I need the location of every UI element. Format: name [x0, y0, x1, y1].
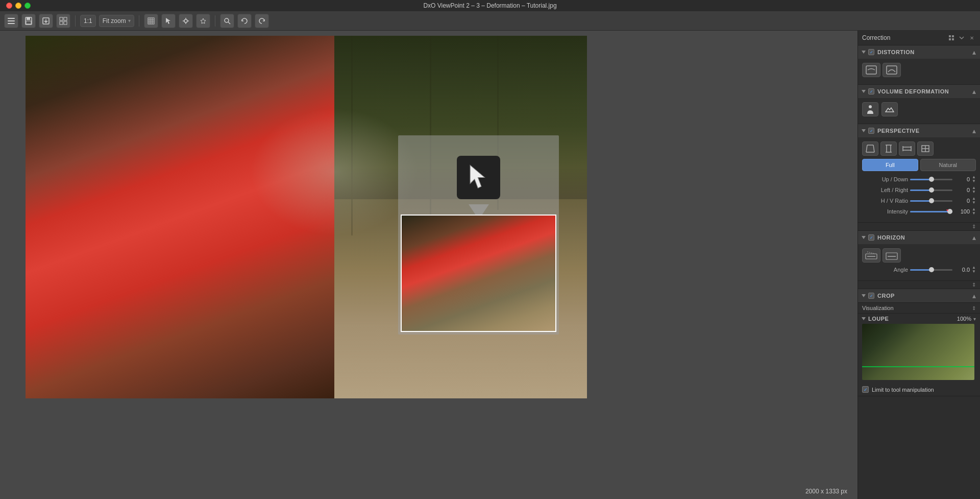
- select-tool-button[interactable]: [161, 14, 176, 28]
- export-button[interactable]: [39, 14, 53, 28]
- perspective-content: Full Natural Up / Down 0 ▲ ▼: [858, 137, 980, 222]
- distortion-manual-button[interactable]: [883, 63, 901, 77]
- horizon-title: HORIZON: [877, 234, 905, 241]
- canvas-area[interactable]: 2000 x 1333 px: [0, 31, 857, 499]
- intensity-track[interactable]: ♥: [910, 211, 952, 212]
- volume-enable-checkbox[interactable]: [868, 88, 874, 94]
- perspective-header[interactable]: PERSPECTIVE ▴: [858, 124, 980, 137]
- volume-collapse-icon: [862, 90, 866, 93]
- svg-rect-22: [952, 38, 954, 40]
- distortion-expand-icon[interactable]: ▴: [972, 48, 976, 56]
- undo-button[interactable]: [237, 14, 252, 28]
- intensity-down-arrow[interactable]: ▼: [972, 211, 976, 216]
- visualization-collapse-icon[interactable]: ⇕: [972, 305, 976, 311]
- crop-expand-icon[interactable]: ▴: [972, 292, 976, 300]
- up-down-track[interactable]: [910, 179, 952, 180]
- panel-settings-icon[interactable]: ✕: [968, 34, 976, 42]
- save-button[interactable]: [21, 14, 36, 28]
- left-right-slider-row: Left / Right 0 ▲ ▼: [862, 186, 976, 194]
- horizon-collapse-icon: [862, 236, 866, 239]
- panel-expand-icon[interactable]: [958, 34, 966, 42]
- limit-tool-checkbox[interactable]: [862, 386, 869, 393]
- redo-button[interactable]: [255, 14, 269, 28]
- horizon-bottom-bar: ⇕: [858, 280, 980, 289]
- window-title: DxO ViewPoint 2 – 3 – Deformation – Tuto…: [423, 2, 556, 9]
- volume-deformation-header-left: VOLUME DEFORMATION: [862, 88, 949, 94]
- crop-header[interactable]: CROP ▴: [858, 289, 980, 302]
- volume-expand-icon[interactable]: ▴: [972, 87, 976, 96]
- image-dimensions: 2000 x 1333 px: [805, 488, 847, 495]
- favorite-button[interactable]: [196, 14, 210, 28]
- search-button[interactable]: [220, 14, 234, 28]
- panel-header: Correction ✕: [858, 31, 980, 45]
- hv-ratio-thumb[interactable]: [929, 198, 934, 203]
- perspective-expand-icon[interactable]: ▴: [972, 127, 976, 135]
- distortion-section: DISTORTION ▴: [858, 45, 980, 85]
- horizon-header[interactable]: HORIZON ▴: [858, 231, 980, 244]
- crop-enable-checkbox[interactable]: [868, 293, 874, 299]
- up-down-fill: [910, 179, 932, 180]
- zoom-1to1[interactable]: 1:1: [80, 15, 96, 27]
- perspective-horizontal-button[interactable]: [899, 141, 915, 156]
- loupe-percent: 100%: [957, 316, 971, 322]
- perspective-expand-bottom-icon[interactable]: ⇕: [972, 224, 976, 229]
- horizon-expand-bottom-icon[interactable]: ⇕: [972, 282, 976, 288]
- horizon-expand-icon[interactable]: ▴: [972, 233, 976, 242]
- hv-ratio-slider-row: H / V Ratio 0 ▲ ▼: [862, 197, 976, 205]
- right-panel: Correction ✕: [857, 31, 980, 499]
- volume-deformation-header[interactable]: VOLUME DEFORMATION ▴: [858, 85, 980, 98]
- left-right-thumb[interactable]: [929, 187, 934, 193]
- svg-rect-4: [27, 17, 30, 20]
- separator-3: [215, 15, 215, 27]
- angle-down-arrow[interactable]: ▼: [972, 270, 976, 274]
- close-button[interactable]: [6, 3, 12, 9]
- left-right-down-arrow[interactable]: ▼: [972, 190, 976, 194]
- angle-value: 0.0: [954, 267, 970, 273]
- perspective-enable-checkbox[interactable]: [868, 128, 874, 134]
- intensity-arrows: ▲ ▼: [972, 207, 976, 216]
- volume-landscape-button[interactable]: [881, 102, 898, 116]
- maximize-button[interactable]: [24, 3, 31, 9]
- titlebar: DxO ViewPoint 2 – 3 – Deformation – Tuto…: [0, 0, 980, 11]
- volume-person-button[interactable]: [862, 102, 878, 116]
- distortion-title: DISTORTION: [877, 49, 915, 55]
- horizon-auto-button[interactable]: [862, 248, 880, 263]
- home-button[interactable]: [4, 14, 18, 28]
- angle-thumb[interactable]: [929, 267, 934, 272]
- up-down-down-arrow[interactable]: ▼: [972, 179, 976, 183]
- hv-ratio-track[interactable]: [910, 200, 952, 202]
- horizon-content: Angle 0.0 ▲ ▼: [858, 244, 980, 280]
- volume-deformation-section: VOLUME DEFORMATION ▴: [858, 85, 980, 124]
- distortion-auto-button[interactable]: [862, 63, 880, 77]
- panel-icon-1[interactable]: [947, 34, 955, 42]
- minimize-button[interactable]: [15, 3, 21, 9]
- svg-rect-7: [60, 17, 63, 20]
- left-right-track[interactable]: [910, 189, 952, 191]
- loupe-dropdown-icon[interactable]: ▾: [973, 316, 976, 322]
- hv-ratio-down-arrow[interactable]: ▼: [972, 201, 976, 205]
- visualization-header: Visualization ⇕: [858, 303, 980, 314]
- grid-overlay-button[interactable]: [144, 14, 158, 28]
- angle-track[interactable]: [910, 269, 952, 271]
- horizon-enable-checkbox[interactable]: [868, 234, 874, 241]
- limit-tool-row: Limit to tool manipulation: [858, 383, 980, 396]
- up-down-thumb[interactable]: [929, 177, 934, 182]
- pan-tool-button[interactable]: [179, 14, 193, 28]
- perspective-lines-button[interactable]: [862, 141, 878, 156]
- distortion-section-header[interactable]: DISTORTION ▴: [858, 45, 980, 59]
- perspective-full-button[interactable]: Full: [862, 159, 918, 171]
- svg-rect-20: [952, 35, 954, 37]
- perspective-vertical-button[interactable]: [880, 141, 897, 156]
- distortion-enable-checkbox[interactable]: [868, 49, 874, 55]
- perspective-both-button[interactable]: [917, 141, 934, 156]
- grid-button[interactable]: [56, 14, 70, 28]
- perspective-natural-button[interactable]: Natural: [920, 159, 976, 171]
- svg-rect-1: [8, 20, 15, 21]
- svg-rect-11: [148, 18, 154, 24]
- zoom-fit-dropdown[interactable]: Fit zoom ▾: [99, 15, 134, 27]
- crop-collapse-icon: [862, 294, 866, 297]
- horizon-manual-button[interactable]: [883, 248, 901, 263]
- main-photo: [26, 36, 587, 398]
- intensity-thumb[interactable]: ♥: [947, 209, 952, 214]
- distortion-collapse-icon: [862, 51, 866, 54]
